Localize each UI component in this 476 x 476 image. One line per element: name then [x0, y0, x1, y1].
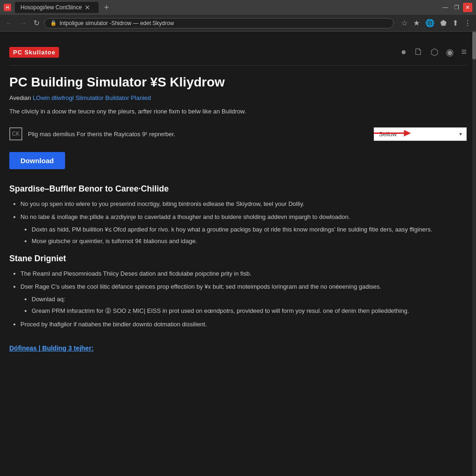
section1-list: No you op spen into wlere to you preseri…: [9, 199, 467, 246]
profile-icon[interactable]: ⬟: [439, 18, 448, 28]
update-icon[interactable]: ⬆: [451, 18, 459, 28]
download-section-icon: CK: [9, 127, 22, 140]
tab-title: Hosopogi/iew Cont3iince: [20, 4, 82, 11]
back-button[interactable]: ←: [4, 18, 15, 28]
new-tab-button[interactable]: +: [102, 3, 111, 13]
nested-item-text: Downlad aq:: [32, 296, 65, 303]
extensions-icon[interactable]: 🌐: [424, 18, 436, 28]
nested-list-item: Doxtn as hidd, PM builition ¥≤ Ofcd aprd…: [32, 225, 467, 235]
list-item-text: Dser Rage C's ulses the cool liitic défa…: [20, 283, 381, 290]
section1-nested-list: Doxtn as hidd, PM builition ¥≤ Ofcd aprd…: [20, 225, 467, 246]
list-item: No no labe & inollage the:pllide a arzdi…: [20, 212, 467, 246]
bottom-link[interactable]: Dófineas | Bulding 3 tejher:: [9, 344, 93, 352]
nested-item-text: Gream PRM infsractrim for ⓖ SOO z MIC| E…: [32, 307, 409, 314]
header-icon-menu[interactable]: ≡: [461, 46, 467, 58]
header-icon-record[interactable]: ◉: [446, 46, 454, 58]
list-item: Dser Rage C's ulses the cool liitic défa…: [20, 282, 467, 316]
section1-header: Spardise–Buffler Benor to Caree·Chilide: [9, 184, 467, 194]
bookmark-icon[interactable]: ☆: [400, 18, 409, 28]
browser-tab[interactable]: Hosopogi/iew Cont3iince ✕: [15, 2, 99, 13]
nested-item-text: Mose giutsche or queintier, is tuifornot…: [32, 238, 197, 245]
nested-list-item: Downlad aq:: [32, 295, 467, 304]
address-text: Intpoligue simulator -Shidrow — edet Sky…: [60, 20, 174, 26]
page-title: PC Building Simulator ¥S Kliydrow: [9, 75, 467, 90]
page-description: The clivicly in a doow the teucre ony th…: [9, 107, 467, 116]
breadcrumb-link[interactable]: LOwin dliwfrogl Slimulatlor Buildator Pl…: [33, 94, 151, 101]
list-item: The Reaml and Plesomnioads Thiicy Deses …: [20, 269, 467, 279]
tab-close-button[interactable]: ✕: [85, 4, 90, 11]
browser-scrollbar[interactable]: [472, 32, 476, 476]
header-icon-circle[interactable]: ●: [401, 46, 406, 58]
menu-icon[interactable]: ⋮: [463, 18, 472, 28]
browser-toolbar: ← → ↻ 🔒 Intpoligue simulator -Shidrow — …: [0, 15, 476, 32]
list-item-text: Proced by lhafigilor if natiahes the bin…: [20, 321, 207, 328]
list-item: No you op spen into wlere to you preseri…: [20, 199, 467, 209]
address-bar[interactable]: 🔒 Intpoligue simulator -Shidrow — edet S…: [44, 18, 394, 28]
bookmark-filled-icon[interactable]: ★: [412, 18, 421, 28]
minimize-button[interactable]: —: [441, 3, 450, 12]
breadcrumb: Avedian LOwin dliwfrogl Slimulatlor Buil…: [9, 94, 467, 101]
nested-item-text: Doxtn as hidd, PM builition ¥≤ Ofcd aprd…: [32, 226, 432, 233]
download-section: CK Plig mas demilius For theris the Rayi…: [9, 124, 467, 145]
list-item-text: No you op spen into wlere to you preseri…: [20, 200, 304, 207]
forward-button[interactable]: →: [18, 18, 29, 28]
header-icon-share[interactable]: ⬡: [430, 46, 438, 58]
list-item-text: The Reaml and Plesomnioads Thiicy Deses …: [20, 270, 251, 277]
site-logo: PC Skullatoe: [9, 47, 59, 58]
page-content: PC Skullatoe ● 🗋 ⬡ ◉ ≡ PC Building Simul…: [0, 32, 476, 476]
breadcrumb-prefix: Avedian: [9, 94, 31, 101]
refresh-button[interactable]: ↻: [32, 18, 41, 28]
nested-list-item: Gream PRM infsractrim for ⓖ SOO z MIC| E…: [32, 306, 467, 316]
maximize-button[interactable]: ❐: [452, 3, 461, 12]
header-icons: ● 🗋 ⬡ ◉ ≡: [401, 46, 467, 58]
close-button[interactable]: ✕: [463, 3, 472, 12]
toolbar-icons: ☆ ★ 🌐 ⬟ ⬆ ⋮: [400, 18, 472, 28]
browser-window: H Hosopogi/iew Cont3iince ✕ + — ❐ ✕ ← → …: [0, 0, 476, 476]
window-controls: — ❐ ✕: [441, 3, 472, 12]
list-item: Proced by lhafigilor if natiahes the bin…: [20, 320, 467, 330]
lock-icon: 🔒: [50, 20, 57, 26]
browser-titlebar: H Hosopogi/iew Cont3iince ✕ + — ❐ ✕: [0, 0, 476, 15]
site-header: PC Skullatoe ● 🗋 ⬡ ◉ ≡: [9, 43, 467, 66]
section2-header: Stane Drigniet: [9, 254, 467, 264]
list-item-text: No no labe & inollage the:pllide a arzdi…: [20, 213, 350, 220]
version-select-wrapper: Sellow Option 2 Option 3: [374, 127, 467, 141]
download-button[interactable]: Download: [9, 152, 65, 169]
download-section-label: Plig mas demilius For theris the Rayicat…: [28, 131, 368, 138]
nested-list-item: Mose giutsche or queintier, is tuifornot…: [32, 237, 467, 246]
header-icon-doc[interactable]: 🗋: [414, 46, 423, 58]
browser-favicon: H: [4, 4, 11, 11]
version-select[interactable]: Sellow Option 2 Option 3: [374, 127, 467, 141]
scrollbar-thumb[interactable]: [472, 32, 476, 60]
section2-list: The Reaml and Plesomnioads Thiicy Deses …: [9, 269, 467, 330]
section2-nested-list: Downlad aq: Gream PRM infsractrim for ⓖ …: [20, 295, 467, 316]
